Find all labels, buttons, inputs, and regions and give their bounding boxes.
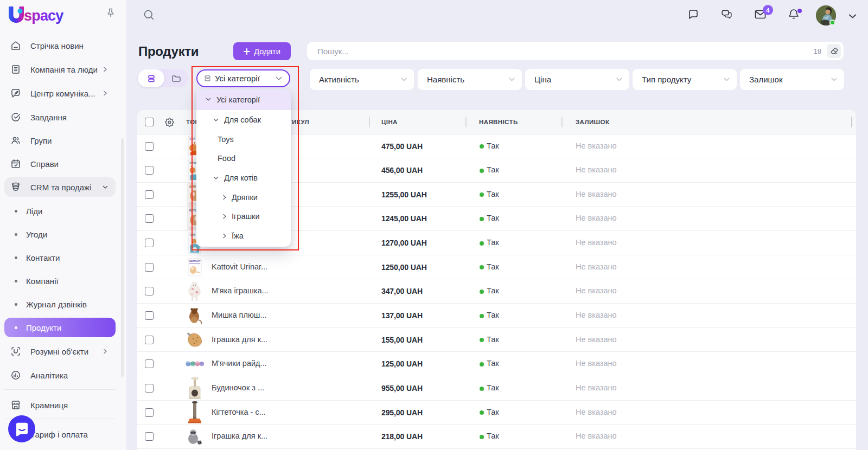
svg-text:spacy: spacy — [24, 8, 63, 24]
svg-text:KATTOVIT: KATTOVIT — [189, 260, 201, 262]
